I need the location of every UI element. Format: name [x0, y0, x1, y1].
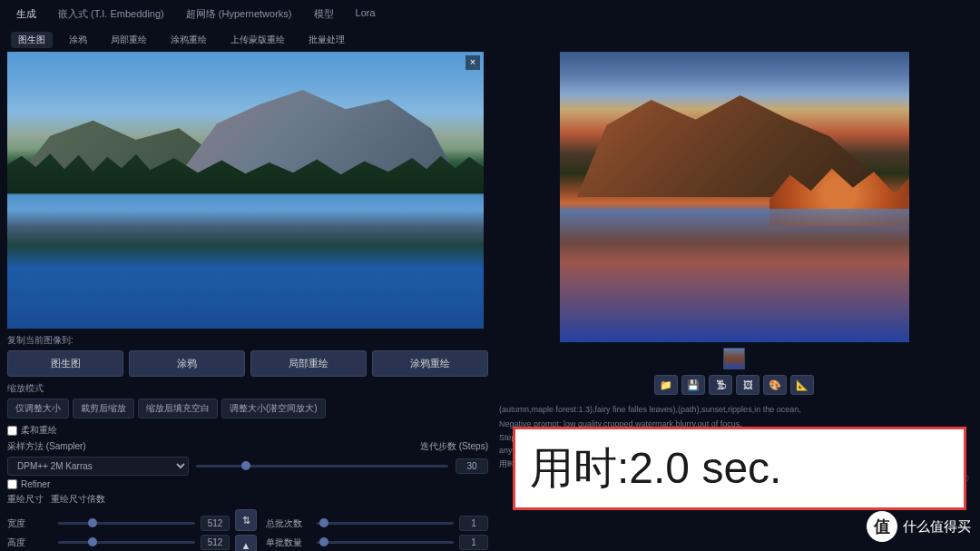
input-image: [7, 52, 484, 329]
output-action-buttons: 📁 💾 🗜 🖼 🎨 📐: [495, 375, 973, 395]
left-panel: × 复制当前图像到: 图生图 涂鸦 局部重绘 涂鸦重绘 缩放模式 仅调整大小 裁…: [7, 52, 488, 551]
sampler-select[interactable]: DPM++ 2M Karras: [7, 457, 189, 476]
resize-just-button[interactable]: 仅调整大小: [7, 398, 69, 418]
subtab-img2img[interactable]: 图生图: [11, 32, 53, 48]
refiner-label: Refiner: [21, 479, 50, 489]
batch-count-slider[interactable]: [317, 522, 454, 525]
thumbnail[interactable]: [723, 348, 745, 369]
send-inpaint-button[interactable]: 🎨: [763, 375, 787, 395]
resize-dim-sub-label: 重绘尺寸倍数: [51, 493, 105, 506]
tab-models[interactable]: 模型: [309, 5, 339, 23]
subtab-inpaint-upload[interactable]: 上传蒙版重绘: [223, 32, 292, 48]
refiner-checkbox[interactable]: [7, 479, 17, 489]
width-value[interactable]: 512: [201, 516, 230, 531]
close-icon[interactable]: ×: [466, 55, 480, 70]
resize-dim-label: 重绘尺寸: [7, 493, 44, 506]
top-tab-bar: 生成 嵌入式 (T.I. Embedding) 超网络 (Hypernetwor…: [0, 0, 980, 28]
width-label: 宽度: [7, 517, 53, 530]
steps-label: 迭代步数 (Steps): [420, 440, 488, 453]
zip-button[interactable]: 🗜: [709, 375, 732, 395]
batch-size-value[interactable]: 1: [459, 535, 488, 550]
height-value[interactable]: 512: [201, 535, 230, 550]
copyto-img2img-button[interactable]: 图生图: [7, 350, 123, 377]
height-label: 高度: [7, 536, 53, 549]
batch-count-label: 总批次数: [266, 517, 311, 530]
watermark: 值 什么值得买: [867, 511, 971, 542]
subtab-sketch[interactable]: 涂鸦: [62, 32, 94, 48]
resize-mode-buttons: 仅调整大小 裁剪后缩放 缩放后填充空白 调整大小(潜空间放大): [7, 398, 488, 418]
open-folder-button[interactable]: 📁: [654, 375, 678, 395]
watermark-text: 什么值得买: [903, 518, 971, 536]
tab-generate[interactable]: 生成: [11, 5, 42, 23]
sampler-label: 采样方法 (Sampler): [7, 440, 86, 453]
time-overlay: 用时:2.0 sec.: [513, 427, 966, 510]
soft-inpaint-checkbox[interactable]: [7, 426, 17, 436]
output-image-area[interactable]: [560, 52, 909, 342]
input-image-area[interactable]: ×: [7, 52, 484, 329]
prompt-text: (autumn,maple forest:1.3),fairy fine fal…: [499, 404, 969, 417]
batch-count-value[interactable]: 1: [459, 516, 488, 531]
subtab-batch[interactable]: 批量处理: [301, 32, 352, 48]
subtab-inpaint[interactable]: 局部重绘: [103, 32, 154, 48]
copyto-sketch-button[interactable]: 涂鸦: [129, 350, 245, 377]
resize-crop-button[interactable]: 裁剪后缩放: [73, 398, 134, 418]
height-slider[interactable]: [58, 541, 195, 544]
subtab-inpaint-sketch[interactable]: 涂鸦重绘: [163, 32, 214, 48]
steps-slider[interactable]: [196, 465, 448, 467]
copy-to-label: 复制当前图像到:: [7, 334, 488, 347]
thumbnail-strip: [495, 348, 973, 369]
send-extras-button[interactable]: 📐: [790, 375, 814, 395]
resize-latent-button[interactable]: 调整大小(潜空间放大): [221, 398, 326, 418]
width-slider[interactable]: [58, 522, 195, 525]
save-button[interactable]: 💾: [681, 375, 705, 395]
resize-fill-button[interactable]: 缩放后填充空白: [138, 398, 218, 418]
copyto-inpaint-sketch-button[interactable]: 涂鸦重绘: [372, 350, 488, 377]
sub-tab-bar: 图生图 涂鸦 局部重绘 涂鸦重绘 上传蒙版重绘 批量处理: [0, 28, 980, 52]
time-overlay-text: 用时:2.0 sec.: [530, 439, 781, 497]
soft-inpaint-label: 柔和重绘: [21, 424, 57, 437]
output-image: [560, 52, 909, 342]
send-img2img-button[interactable]: 🖼: [736, 375, 760, 395]
copy-to-buttons: 图生图 涂鸦 局部重绘 涂鸦重绘: [7, 350, 488, 377]
tab-hypernetworks[interactable]: 超网络 (Hypernetworks): [181, 5, 298, 23]
copyto-inpaint-button[interactable]: 局部重绘: [250, 350, 367, 377]
batch-size-slider[interactable]: [317, 541, 454, 544]
watermark-badge: 值: [867, 511, 897, 542]
triangle-button[interactable]: ▲: [235, 535, 257, 551]
batch-size-label: 单批数量: [266, 536, 311, 549]
steps-value[interactable]: 30: [456, 458, 488, 474]
tab-embedding[interactable]: 嵌入式 (T.I. Embedding): [53, 5, 170, 23]
tab-lora[interactable]: Lora: [350, 5, 381, 23]
swap-dims-button[interactable]: ⇅: [235, 509, 257, 531]
resize-mode-label: 缩放模式: [7, 382, 488, 395]
